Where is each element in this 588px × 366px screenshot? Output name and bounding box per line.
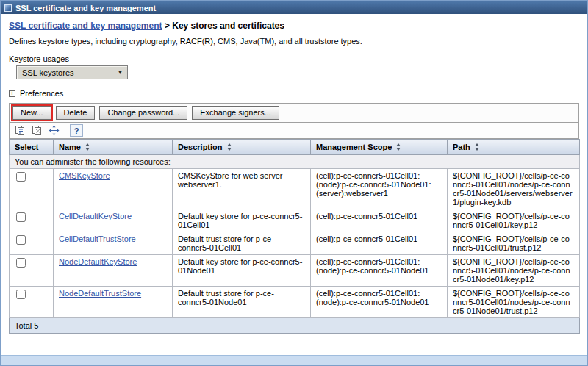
- description-cell: Default trust store for p-ce-conncr5-01C…: [173, 232, 311, 255]
- expand-plus-icon: [9, 90, 15, 97]
- name-cell: CMSKeyStore: [54, 169, 173, 209]
- help-icon[interactable]: [70, 124, 83, 137]
- total-count: Total 5: [10, 318, 580, 334]
- keystore-usages-group: Keystore usages SSL keystores: [9, 54, 579, 79]
- column-header-management-scope[interactable]: Management Scope: [311, 140, 448, 155]
- column-label-management-scope: Management Scope: [316, 143, 392, 151]
- sort-icon[interactable]: [475, 143, 479, 151]
- table-caption: You can administer the following resourc…: [10, 155, 580, 169]
- table-row: NodeDefaultKeyStore Default key store fo…: [10, 255, 580, 287]
- row-select-checkbox-4[interactable]: [16, 290, 26, 299]
- scope-cell: (cell):p-ce-conncr5-01Cell01: (node):p-c…: [311, 169, 448, 209]
- name-cell: NodeDefaultKeyStore: [54, 255, 173, 287]
- scope-cell: (cell):p-ce-conncr5-01Cell01: [311, 209, 448, 232]
- horizontal-scrollbar[interactable]: [1, 355, 587, 365]
- keystore-link-0[interactable]: CMSKeyStore: [59, 171, 110, 180]
- keystore-link-4[interactable]: NodeDefaultTrustStore: [59, 289, 141, 298]
- exchange-signers-button[interactable]: Exchange signers...: [192, 106, 279, 120]
- table-row: CellDefaultTrustStore Default trust stor…: [10, 232, 580, 255]
- name-cell: CellDefaultKeyStore: [54, 209, 173, 232]
- table-button-bar: New... Delete Change password... Exchang…: [9, 103, 579, 123]
- scope-cell: (cell):p-ce-conncr5-01Cell01: (node):p-c…: [311, 287, 448, 318]
- select-all-icon[interactable]: [13, 124, 26, 137]
- deselect-all-icon[interactable]: [30, 124, 43, 137]
- breadcrumb-current: Key stores and certificates: [172, 21, 284, 31]
- keystore-usages-select[interactable]: SSL keystores: [16, 65, 128, 79]
- description-cell: Default trust store for p-ce-conncr5-01N…: [173, 287, 311, 318]
- table-caption-row: You can administer the following resourc…: [10, 155, 580, 169]
- table-row: NodeDefaultTrustStore Default trust stor…: [10, 287, 580, 318]
- column-header-description[interactable]: Description: [173, 140, 311, 155]
- name-cell: CellDefaultTrustStore: [54, 232, 173, 255]
- breadcrumb: SSL certificate and key management > Key…: [9, 21, 579, 31]
- path-cell: ${CONFIG_ROOT}/cells/p-ce-conncr5-01Cell…: [448, 169, 580, 209]
- new-button[interactable]: New...: [12, 106, 51, 120]
- select-cell: [10, 232, 54, 255]
- sort-icon[interactable]: [227, 143, 232, 151]
- keystore-link-2[interactable]: CellDefaultTrustStore: [59, 234, 136, 243]
- app-window: SSL certificate and key management SSL c…: [0, 0, 588, 366]
- chevron-down-icon: [115, 68, 125, 77]
- column-label-name: Name: [59, 143, 81, 151]
- select-cell: [10, 255, 54, 287]
- table-icon-bar: [9, 123, 579, 139]
- table-footer-row: Total 5: [10, 318, 580, 334]
- scope-cell: (cell):p-ce-conncr5-01Cell01: (node):p-c…: [311, 255, 448, 287]
- path-cell: ${CONFIG_ROOT}/cells/p-ce-conncr5-01Cell…: [448, 255, 580, 287]
- keystore-usages-label: Keystore usages: [9, 54, 579, 63]
- column-header-name[interactable]: Name: [54, 140, 173, 155]
- description-cell: Default key store for p-ce-conncr5-01Cel…: [173, 209, 311, 232]
- four-arrow-icon[interactable]: [47, 124, 60, 137]
- select-cell: [10, 209, 54, 232]
- path-cell: ${CONFIG_ROOT}/cells/p-ce-conncr5-01Cell…: [448, 209, 580, 232]
- column-label-select: Select: [15, 143, 38, 151]
- preferences-label: Preferences: [20, 89, 63, 98]
- table-row: CellDefaultKeyStore Default key store fo…: [10, 209, 580, 232]
- sort-icon[interactable]: [396, 143, 401, 151]
- column-label-path: Path: [453, 143, 470, 151]
- breadcrumb-link[interactable]: SSL certificate and key management: [9, 21, 162, 31]
- select-cell: [10, 169, 54, 209]
- path-cell: ${CONFIG_ROOT}/cells/p-ce-conncr5-01Cell…: [448, 232, 580, 255]
- column-header-path[interactable]: Path: [448, 140, 580, 155]
- scope-cell: (cell):p-ce-conncr5-01Cell01: [311, 232, 448, 255]
- select-cell: [10, 287, 54, 318]
- preferences-toggle[interactable]: Preferences: [9, 89, 579, 98]
- page-content: SSL certificate and key management > Key…: [1, 14, 587, 334]
- keystore-link-1[interactable]: CellDefaultKeyStore: [59, 212, 132, 220]
- change-password-button[interactable]: Change password...: [99, 106, 187, 120]
- column-label-description: Description: [178, 143, 223, 151]
- window-icon: [4, 4, 12, 12]
- page-description: Defines keystore types, including crypto…: [9, 37, 579, 46]
- description-cell: CMSKeyStore for web server webserver1.: [173, 169, 311, 209]
- path-cell: ${CONFIG_ROOT}/cells/p-ce-conncr5-01Cell…: [448, 287, 580, 318]
- row-select-checkbox-3[interactable]: [16, 258, 26, 268]
- keystore-usages-selected-value: SSL keystores: [22, 68, 74, 77]
- row-select-checkbox-1[interactable]: [16, 212, 26, 222]
- table-row: CMSKeyStore CMSKeyStore for web server w…: [10, 169, 580, 209]
- delete-button[interactable]: Delete: [56, 106, 96, 120]
- table-header-row: Select Name Description Management Scope: [10, 140, 580, 155]
- window-titlebar: SSL certificate and key management: [1, 1, 587, 14]
- name-cell: NodeDefaultTrustStore: [54, 287, 173, 318]
- breadcrumb-separator: >: [165, 21, 170, 31]
- window-title: SSL certificate and key management: [15, 4, 156, 12]
- keystore-link-3[interactable]: NodeDefaultKeyStore: [59, 257, 137, 266]
- column-header-select: Select: [10, 140, 54, 155]
- row-select-checkbox-2[interactable]: [16, 235, 26, 245]
- sort-icon[interactable]: [85, 143, 90, 151]
- row-select-checkbox-0[interactable]: [16, 172, 26, 182]
- description-cell: Default key store for p-ce-conncr5-01Nod…: [173, 255, 311, 287]
- keystores-table: Select Name Description Management Scope: [9, 139, 580, 334]
